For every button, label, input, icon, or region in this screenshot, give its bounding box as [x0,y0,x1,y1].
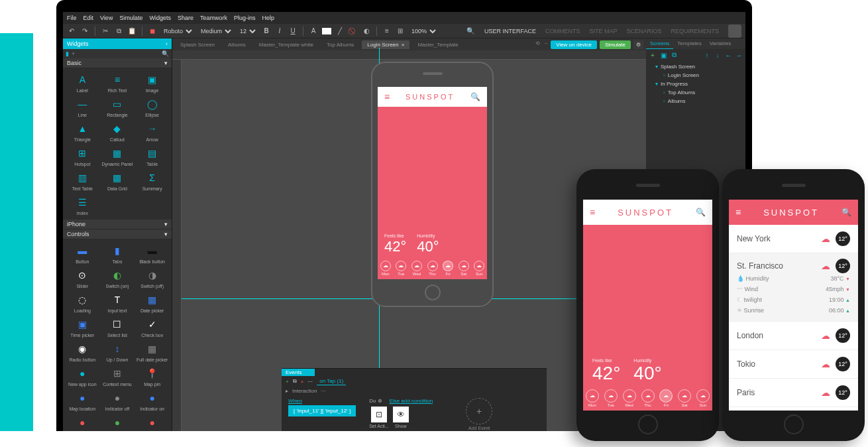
simulate-button[interactable]: Simulate [600,40,631,49]
more-icon[interactable]: ⋯ [307,379,313,385]
forecast-day[interactable]: ☁Wed [620,385,639,411]
widget-data-grid[interactable]: ▦Data Grid [101,169,135,192]
widget-button[interactable]: ▬Button [66,242,99,265]
add-screen-icon[interactable]: + [649,51,657,59]
widget-ellipse[interactable]: ◯Ellipse [135,96,169,119]
copy-icon[interactable]: ⧉ [293,378,297,385]
widget-slider[interactable]: ⊙Slider [66,267,99,290]
tree-node[interactable]: ▾In Progress [646,80,745,88]
when-link[interactable]: When [288,398,356,404]
accordion-basic[interactable]: Basic▾ [63,58,172,68]
opacity-icon[interactable]: ◐ [362,27,371,36]
condition-box[interactable]: [ 'Input_11' ][ 'Input_12' ] [288,405,356,416]
forecast-day[interactable]: ☁Sat [456,257,472,279]
widget-text-table[interactable]: ▥Text Table [66,169,99,192]
widget-input-text[interactable]: TInput text [101,291,135,314]
delete-icon[interactable]: × [301,379,304,385]
add-event-icon[interactable]: + [286,379,289,385]
nav-down-icon[interactable]: ↓ [714,51,722,59]
canvas-tab[interactable]: Top Albums [321,40,359,49]
forecast-day[interactable]: ☁Fri [657,385,675,411]
nav-right-icon[interactable]: → [735,51,743,59]
bold-icon[interactable]: B [262,27,271,36]
widget-table[interactable]: ▤Table [135,145,169,168]
weight-select[interactable]: Medium [198,27,233,35]
action-item[interactable]: ⊡Set Acti... [369,407,389,428]
widget-callout[interactable]: ◆Callout [101,120,135,143]
widget-switch-(on)[interactable]: ◐Switch (on) [101,267,135,290]
canvas-area[interactable]: Splash ScreenAlbumsMaster_Template white… [172,38,646,431]
widget-image[interactable]: ▣Image [135,71,169,94]
search-icon[interactable]: 🔍 [466,27,475,36]
menu-edit[interactable]: Edit [83,15,94,21]
forecast-day[interactable]: ☁Thu [425,257,441,279]
else-add-link[interactable]: Else add condition [390,398,433,404]
more-icon[interactable]: ⋯ [321,388,326,394]
accordion-iphone[interactable]: iPhone▾ [63,220,172,229]
top-tab[interactable]: USER INTERFACE [484,28,536,34]
hamburger-icon[interactable]: ≡ [384,92,390,102]
city-row[interactable]: St. Francisco☁12°💧 Humidity38°C ▼〰 Wind4… [729,253,858,322]
widget-indicator-off[interactable]: ●Indicator off [101,389,135,413]
forecast-day[interactable]: ☁Mon [378,257,394,279]
copy-icon[interactable]: ⧉ [114,27,123,36]
top-tab[interactable]: SCENARIOS [626,28,661,34]
widget-rich-text[interactable]: ≡Rich Text [101,71,135,94]
city-row[interactable]: Tokio☁12° [729,350,858,379]
widget-context-menu[interactable]: ⊞Context menu [101,365,135,388]
size-select[interactable]: 12 [237,27,258,35]
stroke-icon[interactable]: ╱ [335,27,345,36]
widget-arrow[interactable]: →Arrow [135,120,169,143]
forecast-day[interactable]: ☁Tue [602,385,620,411]
canvas-tab[interactable]: Albums [223,40,251,49]
forecast-day[interactable]: ☁Mon [583,385,602,411]
menu-simulate[interactable]: Simulate [119,15,142,21]
paste-icon[interactable]: 📋 [127,27,136,36]
canvas-tab[interactable]: Login Screen × [362,40,409,49]
tree-node[interactable]: ▫Login Screen [646,71,745,80]
widget-date-picker[interactable]: ▦Date picker [135,291,169,314]
widget-dynamic-panel[interactable]: ▦Dynamic Panel [101,145,135,168]
menu-help[interactable]: Help [262,15,274,21]
nav-up-icon[interactable]: ↑ [703,51,711,59]
screens-tab[interactable]: Screens [646,38,673,49]
menu-view[interactable]: View [100,15,113,21]
forecast-day[interactable]: ☁Sun [694,385,712,411]
forecast-day[interactable]: ☁Wed [409,257,425,279]
canvas-tab[interactable]: Splash Screen [175,40,220,49]
widget-indicator-on[interactable]: ●Indicator on [135,389,169,413]
widget-delete[interactable]: ●Delete [66,414,99,431]
top-tab[interactable]: REQUIREMENTS [671,28,719,34]
forecast-day[interactable]: ☁Sat [675,385,694,411]
widget-rectangle[interactable]: ▭Rectangle [101,96,135,119]
search-icon[interactable]: 🔍 [696,208,706,217]
widget-delete-centered[interactable]: ●Delete centered [135,414,169,431]
widget-time-picker[interactable]: ▣Time picker [66,316,99,339]
add-event-circle[interactable]: + [466,398,492,424]
nav-left-icon[interactable]: ← [724,51,732,59]
menu-widgets[interactable]: Widgets [149,15,171,21]
forecast-day[interactable]: ☁Thu [639,385,657,411]
action-item[interactable]: 👁Show [393,407,409,428]
screens-tab[interactable]: Variables [706,38,735,49]
redo-icon[interactable]: ↷ [80,27,89,36]
widget-radio-button[interactable]: ◉Radio button [66,340,99,363]
canvas-tab[interactable]: Master_Template white [254,40,319,49]
widget-summary[interactable]: ΣSummary [135,169,169,192]
city-row[interactable]: London☁12° [729,322,858,350]
align-icon[interactable]: ≡ [382,27,392,36]
widget-loading[interactable]: ◌Loading [66,291,99,314]
event-tab[interactable]: on Tap (1) [317,377,346,385]
widget-add[interactable]: ●Add [101,414,135,431]
widget-full-date-picker[interactable]: ▦Full date picker [135,340,169,363]
city-row[interactable]: New York☁12° [729,225,858,253]
widget-map-location[interactable]: ●Map location [66,389,99,413]
widget-select-list[interactable]: ☐Select list [101,316,135,339]
search-icon[interactable]: 🔍 [841,208,851,217]
no-border-icon[interactable]: ⃠ [349,27,358,36]
menu-plug-ins[interactable]: Plug-ins [234,15,256,21]
widget-index[interactable]: ☰Index [66,194,99,217]
chart-icon[interactable]: ▮ [66,50,69,57]
settings-icon[interactable]: ⚙ [633,40,643,49]
city-row[interactable]: Paris☁12° [729,379,858,407]
